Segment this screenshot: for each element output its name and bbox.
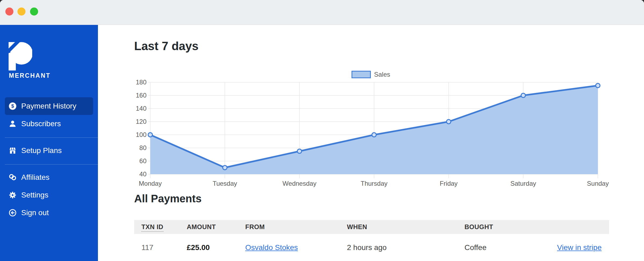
cell-amount: £25.00 [187, 243, 245, 252]
main-content: Last 7 days Sales 180160140120100806040M… [98, 25, 644, 261]
column-header-when: WHEN [347, 223, 464, 231]
sidebar-nav: $ Payment History Subscribers [0, 97, 98, 222]
sidebar-item-payment-history[interactable]: $ Payment History [5, 97, 93, 115]
sidebar-item-subscribers[interactable]: Subscribers [0, 115, 98, 133]
data-point[interactable] [447, 120, 451, 124]
cell-txn-id: 117 [134, 243, 187, 252]
sales-chart: 180160140120100806040MondayTuesdayWednes… [134, 68, 644, 192]
svg-text:$: $ [11, 103, 14, 109]
column-header-amount: AMOUNT [187, 223, 245, 231]
data-point[interactable] [372, 133, 376, 137]
sidebar-item-label: Setup Plans [21, 146, 62, 155]
sidebar-item-settings[interactable]: Settings [0, 186, 98, 204]
zoom-window-button[interactable] [30, 8, 38, 16]
gear-icon [9, 191, 17, 199]
sidebar-divider [5, 137, 98, 138]
from-link[interactable]: Osvaldo Stokes [245, 243, 298, 252]
view-in-stripe-link[interactable]: View in stripe [557, 243, 602, 252]
person-icon [9, 120, 17, 128]
y-axis-tick-label: 80 [139, 144, 147, 151]
sidebar-item-label: Sign out [21, 208, 49, 217]
chart-section-title: Last 7 days [134, 39, 199, 53]
payments-section-title: All Payments [134, 193, 202, 205]
sign-out-icon [9, 209, 17, 217]
data-point[interactable] [148, 133, 152, 137]
data-point[interactable] [521, 93, 525, 98]
x-axis-tick-label: Saturday [510, 180, 536, 187]
payments-table: TXN ID AMOUNT FROM WHEN BOUGHT 117 £25.0… [134, 220, 609, 261]
minimize-window-button[interactable] [17, 8, 25, 16]
x-axis-tick-label: Wednesday [283, 180, 316, 187]
data-point[interactable] [223, 166, 227, 170]
app-window: MERCHANT $ Payment History Subscribers [0, 0, 644, 261]
y-axis-tick-label: 40 [139, 170, 147, 178]
sidebar-item-label: Subscribers [21, 120, 61, 128]
x-axis-tick-label: Tuesday [213, 180, 237, 187]
cell-bought: Coffee [464, 243, 557, 252]
table-row: 117 £25.00 Osvaldo Stokes 2 hours ago Co… [134, 234, 609, 261]
link-chain-icon [9, 173, 17, 181]
cell-from: Osvaldo Stokes [245, 243, 347, 252]
cell-action: View in stripe [557, 243, 609, 252]
y-axis-tick-label: 180 [136, 79, 147, 86]
sidebar-item-setup-plans[interactable]: Setup Plans [0, 142, 98, 159]
x-axis-tick-label: Friday [440, 180, 458, 187]
sidebar: MERCHANT $ Payment History Subscribers [0, 25, 98, 261]
y-axis-tick-label: 120 [136, 118, 147, 125]
sidebar-item-label: Payment History [21, 102, 76, 110]
store-icon [9, 147, 17, 155]
dollar-circle-icon: $ [9, 102, 17, 110]
sidebar-item-label: Settings [21, 191, 48, 199]
table-header-row: TXN ID AMOUNT FROM WHEN BOUGHT [134, 220, 609, 234]
merchant-logo [9, 42, 32, 70]
column-header-from: FROM [245, 223, 347, 231]
x-axis-tick-label: Sunday [587, 180, 609, 187]
brand-name: MERCHANT [9, 72, 51, 79]
y-axis-tick-label: 160 [136, 92, 147, 99]
window-titlebar [0, 0, 644, 25]
y-axis-tick-label: 100 [136, 131, 147, 138]
column-header-bought: BOUGHT [464, 223, 557, 231]
column-header-txn-id: TXN ID [134, 223, 187, 231]
data-point[interactable] [596, 83, 600, 88]
sidebar-item-affiliates[interactable]: Affiliates [0, 169, 98, 186]
sidebar-divider [5, 164, 98, 165]
data-point[interactable] [297, 149, 302, 153]
cell-when: 2 hours ago [347, 243, 464, 252]
x-axis-tick-label: Thursday [361, 180, 387, 187]
sidebar-item-sign-out[interactable]: Sign out [0, 204, 98, 222]
sidebar-item-label: Affiliates [21, 173, 49, 182]
close-window-button[interactable] [5, 8, 13, 16]
x-axis-tick-label: Monday [139, 180, 162, 187]
y-axis-tick-label: 140 [136, 105, 147, 112]
y-axis-tick-label: 60 [139, 157, 147, 165]
